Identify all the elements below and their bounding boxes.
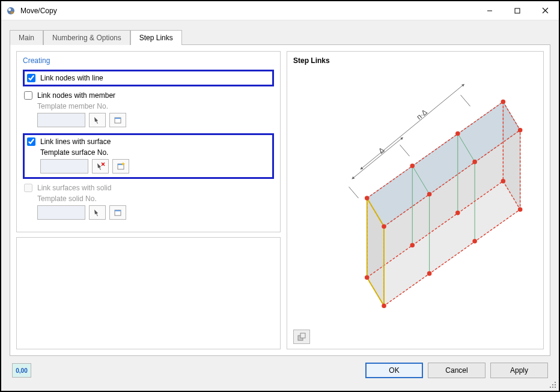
svg-point-46 [518, 207, 523, 212]
window-title: Move/Copy [20, 7, 476, 15]
new-icon [113, 208, 123, 217]
svg-rect-50 [552, 384, 553, 385]
input-template-solid[interactable] [37, 205, 85, 220]
dim-total-label: n·Δ [415, 108, 429, 121]
new-icon [116, 161, 126, 171]
svg-point-36 [427, 192, 432, 197]
preview-tool-button[interactable] [293, 330, 310, 344]
input-row-template-member [37, 113, 274, 127]
svg-line-19 [461, 95, 470, 106]
move-copy-window: Move/Copy Main Numbering & Options Step … [0, 0, 560, 392]
ok-label: OK [389, 366, 399, 375]
row-link-surfaces-solid: Link surfaces with solid [23, 184, 274, 192]
minimize-button[interactable] [476, 1, 504, 20]
svg-rect-14 [115, 210, 121, 211]
svg-line-17 [349, 187, 359, 198]
left-column: Creating Link nodes with line Link nodes… [16, 51, 281, 349]
svg-point-35 [410, 163, 415, 168]
svg-rect-49 [555, 382, 556, 383]
tab-main[interactable]: Main [10, 30, 43, 45]
row-link-nodes-member: Link nodes with member [23, 91, 274, 100]
ok-button[interactable]: OK [365, 363, 423, 378]
decimal-places-label: 0,00 [16, 367, 27, 374]
svg-rect-48 [300, 333, 305, 338]
preview-illustration: Δ n·Δ [293, 65, 537, 343]
empty-group [16, 237, 281, 349]
svg-point-45 [501, 179, 506, 184]
preview-group: Step Links Δ n·Δ [287, 51, 544, 349]
row-link-lines-surface: Link lines with surface [26, 137, 269, 146]
svg-rect-54 [555, 387, 556, 388]
decimal-places-button[interactable]: 0,00 [12, 363, 31, 378]
right-column: Step Links Δ n·Δ [287, 51, 544, 349]
dim-segment-label: Δ [377, 146, 386, 155]
svg-point-34 [382, 304, 386, 309]
svg-point-39 [455, 131, 460, 136]
label-template-solid: Template solid No. [37, 194, 274, 203]
svg-line-18 [400, 145, 410, 156]
preview-toolbar [293, 330, 310, 344]
new-member-button[interactable] [109, 113, 126, 127]
checkbox-link-lines-surface[interactable] [27, 137, 35, 146]
svg-rect-51 [555, 384, 556, 385]
svg-point-31 [365, 196, 370, 201]
app-icon [6, 6, 16, 16]
new-icon [113, 115, 123, 125]
resize-grip-icon[interactable] [549, 381, 557, 389]
window-controls [476, 1, 559, 20]
input-row-template-surface [40, 159, 269, 173]
svg-point-32 [382, 224, 386, 229]
svg-line-15 [353, 138, 402, 178]
svg-rect-4 [515, 8, 520, 13]
label-template-member: Template member No. [37, 102, 274, 110]
preview-legend: Step Links [293, 56, 537, 65]
pick-icon [93, 208, 102, 217]
input-row-template-solid [37, 205, 274, 220]
tab-numbering[interactable]: Numbering & Options [43, 30, 130, 45]
new-solid-button[interactable] [109, 205, 126, 220]
label-link-nodes-member: Link nodes with member [37, 91, 115, 100]
cancel-button[interactable]: Cancel [428, 363, 485, 378]
apply-button[interactable]: Apply [490, 363, 548, 378]
label-template-surface: Template surface No. [40, 148, 269, 157]
maximize-button[interactable] [504, 1, 531, 20]
svg-point-42 [472, 239, 477, 244]
tab-step-links[interactable]: Step Links [130, 30, 182, 45]
svg-point-40 [472, 160, 477, 164]
preview-tool-icon [297, 332, 306, 342]
checkbox-link-nodes-line[interactable] [27, 74, 35, 82]
svg-point-37 [410, 243, 415, 248]
titlebar: Move/Copy [1, 1, 559, 20]
svg-point-33 [365, 275, 370, 280]
checkbox-link-surfaces-solid [24, 184, 32, 192]
creating-group: Creating Link nodes with line Link nodes… [16, 51, 281, 232]
close-button[interactable] [531, 1, 559, 20]
apply-label: Apply [510, 366, 528, 375]
new-surface-button[interactable] [112, 159, 129, 173]
highlight-link-nodes-line: Link nodes with line [23, 70, 274, 86]
cancel-label: Cancel [445, 366, 467, 375]
svg-rect-53 [552, 387, 553, 388]
pick-icon [93, 115, 102, 125]
input-template-surface[interactable] [40, 159, 88, 173]
tab-panel-step-links: Creating Link nodes with line Link nodes… [10, 44, 550, 356]
svg-rect-52 [550, 387, 551, 388]
pick-surface-button[interactable] [92, 159, 109, 173]
tab-strip: Main Numbering & Options Step Links [10, 28, 550, 44]
svg-point-41 [455, 211, 460, 216]
input-template-member[interactable] [37, 113, 85, 127]
row-link-nodes-line: Link nodes with line [26, 74, 269, 82]
label-link-nodes-line: Link nodes with line [40, 74, 103, 82]
pick-member-button[interactable] [89, 113, 106, 127]
label-link-surfaces-solid: Link surfaces with solid [37, 184, 111, 192]
checkbox-link-nodes-member[interactable] [24, 91, 32, 100]
svg-point-43 [501, 100, 506, 104]
label-link-lines-surface: Link lines with surface [40, 137, 111, 146]
preview-canvas[interactable]: Δ n·Δ [293, 65, 537, 343]
pick-solid-button[interactable] [89, 205, 106, 220]
creating-legend: Creating [23, 56, 274, 65]
pick-delete-icon [96, 161, 105, 171]
bottom-bar: 0,00 OK Cancel Apply [10, 356, 550, 385]
svg-rect-8 [115, 118, 121, 119]
svg-point-38 [427, 271, 432, 276]
